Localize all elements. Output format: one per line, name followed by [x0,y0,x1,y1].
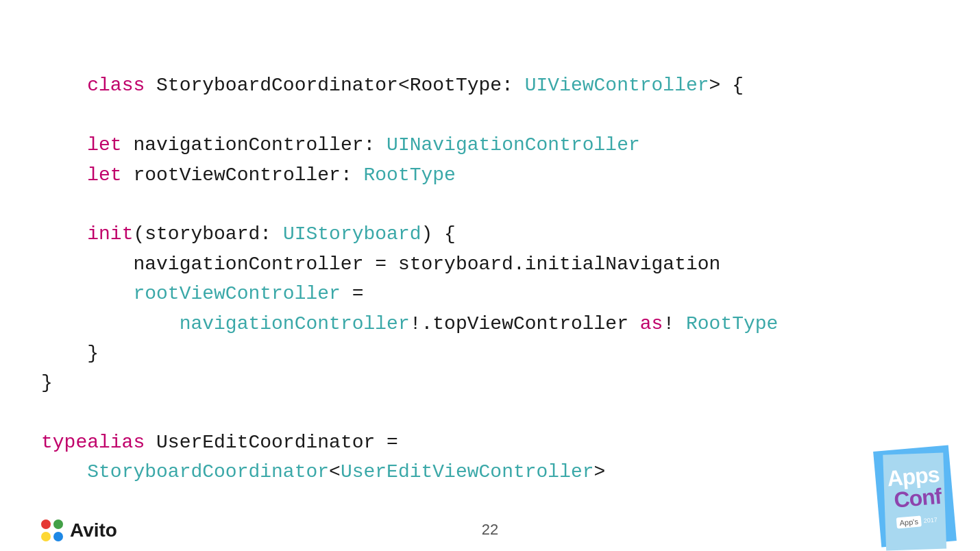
type-uistoryboard: UIStoryboard [283,223,421,245]
code-init-params: (storyboard: [133,223,282,245]
code-generic-open: < [329,461,341,482]
conf-badge: Apps Conf App's 2017 [877,448,953,544]
type-storyboardcoord: StoryboardCoordinator [87,461,329,482]
keyword-typealias: typealias [41,432,145,453]
code-brace-open: > { [709,75,744,96]
conf-badge-inner: Apps Conf App's 2017 [873,445,957,547]
code-indent6 [41,461,87,482]
avito-dots [41,519,63,541]
code-nav-assign: navigationController = storyboard.initia… [41,254,720,275]
code-text: StoryboardCoordinator<RootType: [145,75,525,96]
dot-blue [53,532,63,541]
code-inner-close: } [41,343,99,364]
code-generic-close: > [594,461,606,482]
badge-conf: Conf [893,485,942,511]
bottom-bar: Avito 22 [0,510,980,551]
code-force: ! [663,313,686,334]
keyword-class: class [87,75,145,96]
type-navcontroller-ref: navigationController [180,313,410,334]
avito-logo: Avito [41,519,117,541]
code-assign: = [341,283,364,304]
type-uiviewcontroller: UIViewController [525,75,709,96]
code-indent4 [41,283,133,304]
type-roottype1: RootType [364,164,456,186]
keyword-let2: let [87,164,121,186]
dot-red [41,519,51,529]
code-block: class StoryboardCoordinator<RootType: UI… [41,41,939,517]
avito-label: Avito [70,519,117,541]
code-indent2 [41,164,87,186]
type-rootviewcontroller: rootViewController [133,283,340,304]
code-root-decl: rootViewController: [122,164,364,186]
code-nav-decl: navigationController: [122,134,387,156]
keyword-let1: let [87,134,121,156]
code-indent1 [41,134,87,156]
code-init-brace: ) { [421,223,456,245]
page-number: 22 [482,521,498,539]
keyword-as: as [640,313,663,334]
type-usereditvc: UserEditViewController [341,461,594,482]
code-indent5 [41,313,180,334]
dot-green [53,519,63,529]
dot-yellow [41,532,51,541]
slide: class StoryboardCoordinator<RootType: UI… [0,0,980,551]
type-uinavcontroller: UINavigationController [387,134,640,156]
badge-year: 2017 [923,516,938,524]
code-topvc: !.topViewController [410,313,640,334]
badge-app-label: App's [896,515,921,528]
type-roottype2: RootType [686,313,778,334]
code-outer-close: } [41,372,53,393]
code-typealias-name: UserEditCoordinator = [145,432,398,453]
code-indent3 [41,223,87,245]
keyword-init: init [87,223,133,245]
